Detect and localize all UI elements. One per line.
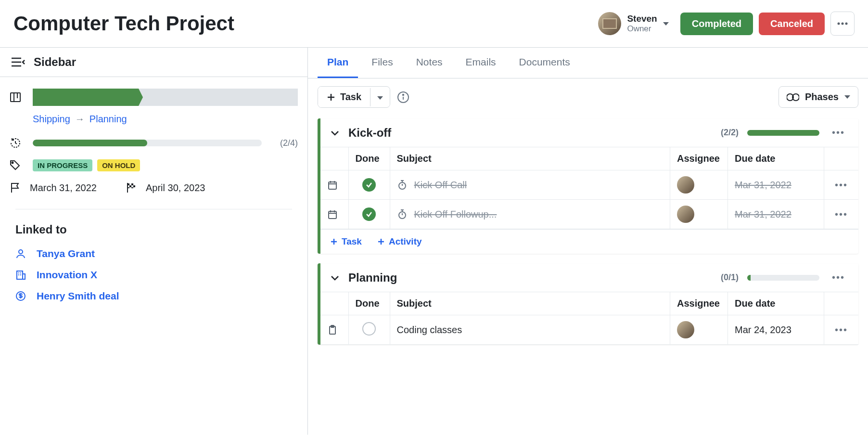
phase-breadcrumb: Shipping → Planning: [33, 114, 298, 125]
due-date: Mar 31, 2022: [735, 209, 791, 220]
section-more-button[interactable]: •••: [828, 125, 849, 140]
user-role: Owner: [627, 24, 657, 34]
tabs: PlanFilesNotesEmailsDocuments: [308, 48, 868, 78]
user-name: Steven: [627, 13, 657, 24]
chevron-down-icon: [844, 95, 850, 99]
svg-rect-33: [329, 182, 336, 189]
check-done-icon[interactable]: [362, 207, 376, 221]
row-more-button[interactable]: •••: [831, 207, 852, 221]
add-activity-link[interactable]: Activity: [377, 236, 422, 247]
svg-rect-14: [129, 185, 131, 187]
svg-rect-12: [128, 183, 129, 185]
page-header: Computer Tech Project Steven Owner Compl…: [0, 0, 868, 48]
section-footer: Task Activity: [320, 229, 858, 254]
flag-end-icon: [126, 182, 137, 194]
task-dropdown-button[interactable]: [370, 88, 390, 106]
canceled-button[interactable]: Canceled: [759, 13, 825, 35]
progress-label: (2/4): [280, 138, 298, 148]
col-assignee: Assignee: [670, 292, 728, 315]
assignee-avatar[interactable]: [677, 206, 694, 223]
svg-rect-16: [128, 187, 129, 188]
chevron-down-icon[interactable]: [330, 274, 340, 281]
sidebar: Sidebar Shipping → Planning: [0, 48, 308, 435]
task-button-group: Task: [318, 86, 390, 108]
chevron-down-icon[interactable]: [330, 129, 340, 136]
section-more-button[interactable]: •••: [828, 270, 849, 285]
toolbar: Task Phases: [308, 78, 868, 116]
task-table: Done Subject Assignee Due date Coding cl…: [320, 292, 858, 345]
check-undone-icon[interactable]: [362, 322, 376, 336]
phase-track: [33, 89, 298, 106]
section-count: (2/2): [721, 128, 739, 138]
tags: IN PROGRESSON HOLD: [33, 159, 140, 171]
svg-point-30: [403, 94, 404, 95]
tab-notes[interactable]: Notes: [407, 48, 452, 78]
calendar-icon: [327, 180, 342, 190]
dots-icon: [837, 22, 848, 25]
svg-point-9: [12, 162, 13, 163]
linked-item[interactable]: Innovation X: [15, 269, 298, 281]
person-icon: [15, 248, 26, 259]
flag-start-icon: [10, 182, 21, 194]
user-menu[interactable]: Steven Owner: [598, 12, 668, 35]
stopwatch-icon: [397, 180, 408, 190]
add-task-button[interactable]: Task: [318, 87, 370, 107]
col-done: Done: [348, 292, 390, 315]
row-more-button[interactable]: •••: [831, 178, 852, 192]
avatar: [598, 12, 621, 35]
end-date: April 30, 2023: [146, 182, 205, 194]
completed-button[interactable]: Completed: [680, 13, 753, 35]
progress-bar: [33, 140, 262, 146]
svg-rect-6: [11, 93, 20, 102]
section-progress: [747, 275, 819, 281]
assignee-avatar[interactable]: [677, 176, 694, 194]
section-title: Kick-off: [348, 126, 712, 140]
section-header: Kick-off (2/2) •••: [320, 118, 858, 147]
tag: IN PROGRESS: [33, 159, 92, 171]
svg-point-18: [19, 250, 23, 254]
due-date: Mar 24, 2023: [735, 324, 791, 335]
calendar-icon: [327, 209, 342, 220]
linked-item[interactable]: Tanya Grant: [15, 248, 298, 259]
chevron-down-icon: [377, 96, 383, 100]
info-icon[interactable]: [397, 91, 409, 104]
svg-rect-20: [23, 274, 25, 279]
phase-link-from[interactable]: Shipping: [33, 114, 70, 125]
dollar-icon: [15, 291, 26, 301]
row-more-button[interactable]: •••: [831, 323, 852, 337]
svg-rect-15: [133, 185, 135, 187]
table-row[interactable]: Coding classes Mar 24, 2023 •••: [320, 315, 858, 345]
assignee-avatar[interactable]: [677, 321, 694, 338]
svg-point-0: [838, 23, 840, 25]
task-table: Done Subject Assignee Due date Kick Off …: [320, 147, 858, 229]
phase-link-to[interactable]: Planning: [89, 114, 127, 125]
section-header: Planning (0/1) •••: [320, 263, 858, 292]
col-assignee: Assignee: [670, 147, 728, 170]
svg-point-1: [842, 23, 844, 25]
linked-list: Tanya GrantInnovation XHenry Smith deal: [10, 248, 298, 302]
col-subject: Subject: [390, 147, 670, 170]
tab-plan[interactable]: Plan: [318, 48, 358, 78]
due-date: Mar 31, 2022: [735, 180, 791, 190]
table-row[interactable]: Kick Off Followup... Mar 31, 2022 •••: [320, 200, 858, 229]
plus-icon: [327, 93, 335, 102]
phases-button[interactable]: Phases: [779, 86, 858, 108]
svg-rect-17: [131, 187, 133, 188]
building-icon: [15, 270, 26, 280]
more-button[interactable]: [830, 12, 855, 36]
tab-documents[interactable]: Documents: [510, 48, 580, 78]
collapse-icon[interactable]: [11, 56, 25, 68]
section-progress: [747, 130, 819, 136]
check-done-icon[interactable]: [362, 178, 376, 192]
linked-item[interactable]: Henry Smith deal: [15, 290, 298, 302]
add-task-link[interactable]: Task: [330, 236, 362, 247]
section-count: (0/1): [721, 272, 739, 283]
subject-text: Kick Off Call: [414, 180, 467, 191]
svg-rect-13: [131, 183, 133, 185]
col-done: Done: [348, 147, 390, 170]
tab-files[interactable]: Files: [362, 48, 402, 78]
table-row[interactable]: Kick Off Call Mar 31, 2022 •••: [320, 170, 858, 200]
sidebar-header: Sidebar: [0, 48, 307, 77]
chevron-down-icon: [663, 22, 669, 26]
tab-emails[interactable]: Emails: [456, 48, 506, 78]
